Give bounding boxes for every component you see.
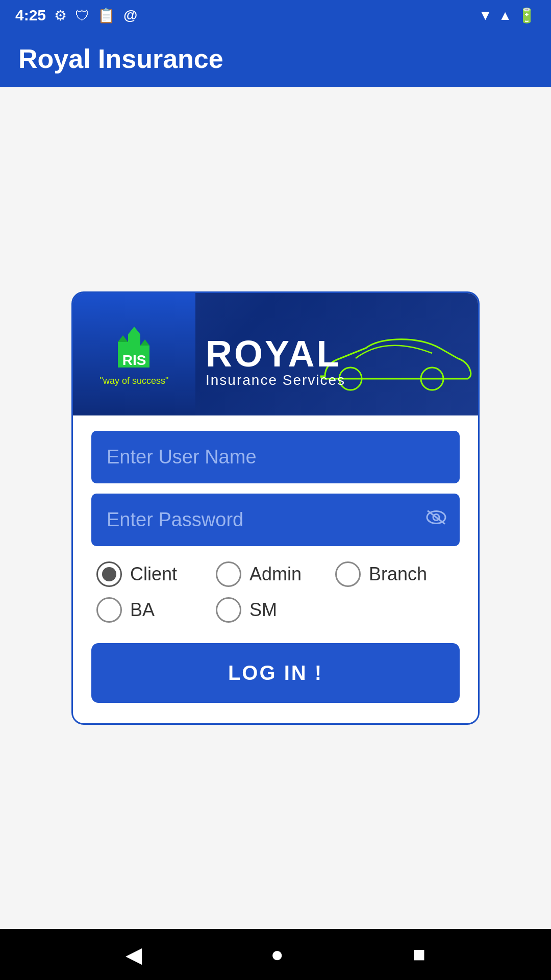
recents-button[interactable]: ■ [412,942,425,967]
logo-left-panel: RIS "way of success" [73,293,195,415]
svg-marker-5 [140,339,149,346]
clipboard-icon: 📋 [97,7,115,24]
app-bar: Royal Insurance [0,31,551,87]
role-radio-group: Client Admin Branch BA [91,561,460,623]
status-time: 4:25 [15,7,46,24]
password-input[interactable] [91,494,460,546]
bottom-nav: ◀ ● ■ [0,929,551,980]
app-bar-title: Royal Insurance [18,43,223,74]
radio-client-inner [102,567,116,581]
radio-client-circle [96,561,122,587]
radio-ba-circle [96,597,122,623]
radio-client[interactable]: Client [96,561,216,587]
back-button[interactable]: ◀ [126,942,142,967]
status-bar: 4:25 ⚙ 🛡 📋 @ ▼ ▲ 🔋 [0,0,551,31]
username-input[interactable] [91,431,460,483]
status-left: 4:25 ⚙ 🛡 📋 @ [15,7,137,24]
radio-sm[interactable]: SM [216,597,335,623]
battery-icon: 🔋 [518,7,536,24]
signal-icon: ▲ [498,8,512,23]
radio-branch-label: Branch [369,564,427,585]
logo-right-panel: ROYAL Insurance Services [195,320,478,388]
radio-branch-circle [335,561,361,587]
radio-admin[interactable]: Admin [216,561,335,587]
radio-branch[interactable]: Branch [335,561,455,587]
login-button[interactable]: LOG IN ! [91,643,460,703]
radio-sm-circle [216,597,241,623]
radio-ba-label: BA [130,599,155,621]
toggle-password-visibility-button[interactable] [425,508,447,531]
eye-slash-icon [425,508,447,527]
building-icon: RIS [109,322,160,373]
gear-icon: ⚙ [54,7,67,24]
logo-banner: RIS "way of success" ROYAL [73,293,478,415]
radio-admin-label: Admin [249,564,302,585]
home-button[interactable]: ● [271,942,284,967]
shield-icon: 🛡 [75,7,89,24]
radio-client-label: Client [130,564,177,585]
tagline-text: "way of success" [100,376,169,386]
svg-text:RIS: RIS [122,352,146,368]
royal-title: ROYAL [206,335,345,372]
radio-sm-label: SM [249,599,277,621]
login-card: RIS "way of success" ROYAL [71,291,480,725]
at-icon: @ [123,7,137,23]
main-content: RIS "way of success" ROYAL [0,87,551,929]
svg-marker-1 [128,327,140,334]
form-area: Client Admin Branch BA [73,415,478,703]
wifi-icon: ▼ [479,7,493,23]
radio-ba[interactable]: BA [96,597,216,623]
password-wrapper [91,494,460,546]
radio-admin-circle [216,561,241,587]
insurance-subtitle: Insurance Services [206,372,345,388]
status-right: ▼ ▲ 🔋 [479,7,536,24]
svg-marker-3 [118,335,128,342]
